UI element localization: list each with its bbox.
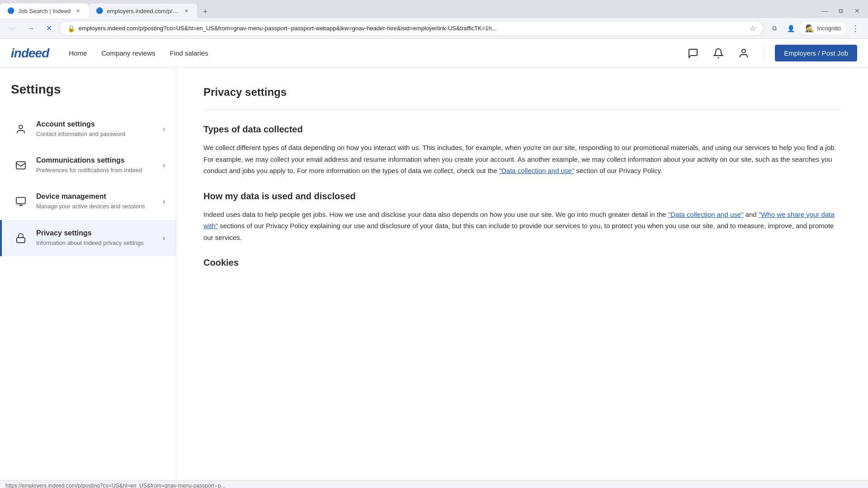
status-bar: https://employers.indeed.com/p/posting?c… [0,480,868,488]
tab-title-2: employers.indeed.com/p/postin... [107,8,179,14]
url-text: employers.indeed.com/p/posting?co=US&hl=… [79,25,746,32]
indeed-logo[interactable]: indeed [11,46,49,61]
lock-icon: 🔒 [67,25,75,32]
forward-button[interactable]: → [24,21,38,36]
privacy-settings-desc: Information about Indeed privacy setting… [36,239,159,247]
new-tab-button[interactable]: + [199,5,212,18]
incognito-icon: 🕵 [805,24,814,33]
notifications-button[interactable] [709,44,727,62]
nav-links: Home Company reviews Find salaries [63,46,213,61]
sidebar-item-privacy[interactable]: Privacy settings Information about Indee… [0,220,176,256]
data-collection-link-2[interactable]: "Data collection and use" [668,211,744,218]
main-content: Settings Account settings Contact inform… [0,68,868,480]
browser-toolbar: ← → ✕ 🔒 employers.indeed.com/p/posting?c… [0,18,868,38]
sidebar-item-communications[interactable]: Communications settings Preferences for … [0,147,176,183]
section-text-types-of-data: We collect different types of data depen… [203,142,841,177]
close-button[interactable]: ✕ [850,4,864,18]
tab-favicon-1: 🔵 [7,7,14,14]
profile-menu-button[interactable] [735,44,753,62]
browser-chrome: 🔵 Job Search | Indeed ✕ 🔵 employers.inde… [0,0,868,39]
communications-settings-desc: Preferences for notifications from Indee… [36,166,159,174]
device-management-chevron: › [163,197,165,206]
employers-post-job-button[interactable]: Employers / Post Job [775,45,857,61]
content-title: Privacy settings [203,86,841,99]
svg-rect-3 [16,197,25,204]
menu-button[interactable]: ⋮ [848,21,863,36]
incognito-label: Incognito [817,25,841,32]
settings-sidebar: Settings Account settings Contact inform… [0,68,176,480]
status-url: https://employers.indeed.com/p/posting?c… [5,483,226,488]
minimize-button[interactable]: — [817,4,832,18]
desktop-icon [13,193,29,210]
content-area: Privacy settings Types of data collected… [176,68,868,480]
device-management-title: Device management [36,192,159,201]
section-title-types-of-data: Types of data collected [203,124,841,135]
profile-button[interactable]: 👤 [783,21,798,36]
browser-tabs: 🔵 Job Search | Indeed ✕ 🔵 employers.inde… [0,0,868,18]
browser-tab-1[interactable]: 🔵 Job Search | Indeed ✕ [0,4,89,18]
user-icon [738,48,749,59]
sidebar-item-account[interactable]: Account settings Contact information and… [0,111,176,147]
svg-point-1 [19,125,23,129]
communications-settings-chevron: › [163,161,165,169]
messages-button[interactable] [684,44,702,62]
toolbar-icons: ⧉ 👤 🕵 Incognito ⋮ [767,21,863,36]
section-title-how-data-used: How my data is used and disclosed [203,191,841,202]
section-title-cookies: Cookies [203,258,841,268]
device-management-text: Device management Manage your active dev… [36,192,159,211]
data-collection-link-1[interactable]: "Data collection and use" [499,167,575,174]
account-settings-chevron: › [163,125,165,133]
person-icon [13,121,29,137]
nav-link-company-reviews[interactable]: Company reviews [96,46,160,61]
extensions-button[interactable]: ⧉ [767,21,782,36]
svg-rect-4 [17,238,25,243]
device-management-desc: Manage your active devices and sessions [36,202,159,211]
sidebar-item-device[interactable]: Device management Manage your active dev… [0,183,176,220]
back-button[interactable]: ← [5,21,20,36]
how-data-text-part2: and [743,211,758,218]
section-how-data-used: How my data is used and disclosed Indeed… [203,191,841,244]
email-icon [13,157,29,174]
communications-settings-title: Communications settings [36,156,159,164]
tab-title-1: Job Search | Indeed [18,8,71,14]
restore-button[interactable]: ⧉ [834,4,848,18]
notifications-icon [713,48,724,59]
account-settings-desc: Contact information and password [36,130,159,138]
site-nav: indeed Home Company reviews Find salarie… [0,39,868,68]
account-settings-title: Account settings [36,120,159,128]
content-divider [203,109,841,110]
nav-link-find-salaries[interactable]: Find salaries [164,46,213,61]
lock-icon [13,230,29,246]
privacy-settings-chevron: › [163,234,165,242]
svg-point-0 [742,49,745,53]
nav-link-home[interactable]: Home [63,46,92,61]
section-text-how-data-used: Indeed uses data to help people get jobs… [203,209,841,244]
types-text-part2: section of our Privacy Policy. [574,167,662,174]
svg-rect-2 [16,162,25,169]
settings-title: Settings [0,82,176,111]
browser-tab-2[interactable]: 🔵 employers.indeed.com/p/postin... ✕ [89,4,197,18]
tab-close-1[interactable]: ✕ [74,7,81,14]
incognito-button[interactable]: 🕵 Incognito [800,22,846,34]
how-data-text-part3: sections of our Privacy Policy explainin… [203,222,834,241]
privacy-settings-text: Privacy settings Information about Indee… [36,229,159,247]
account-settings-text: Account settings Contact information and… [36,120,159,138]
nav-actions: Employers / Post Job [684,44,857,62]
reload-button[interactable]: ✕ [42,21,56,36]
messages-icon [688,48,698,59]
bookmark-icon[interactable]: ☆ [750,24,756,33]
section-cookies: Cookies [203,258,841,268]
privacy-settings-title: Privacy settings [36,229,159,237]
address-bar[interactable]: 🔒 employers.indeed.com/p/posting?co=US&h… [60,21,764,36]
tab-favicon-2: 🔵 [96,7,103,14]
tab-close-2[interactable]: ✕ [183,7,190,14]
how-data-text-part1: Indeed uses data to help people get jobs… [203,211,668,218]
communications-settings-text: Communications settings Preferences for … [36,156,159,174]
logo-text: indeed [11,46,49,61]
page-wrapper: indeed Home Company reviews Find salarie… [0,39,868,488]
section-types-of-data: Types of data collected We collect diffe… [203,124,841,177]
nav-divider [764,46,764,61]
